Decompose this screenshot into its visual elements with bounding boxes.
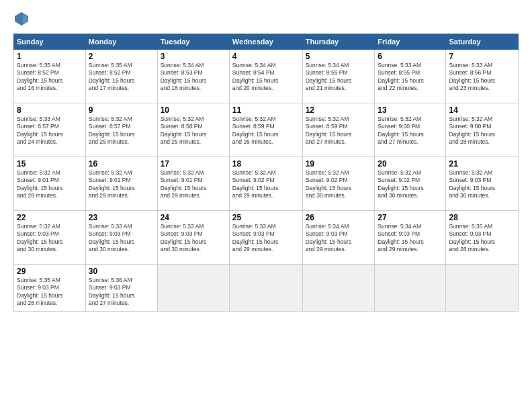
day-number: 15 (17, 159, 83, 169)
day-info: Sunrise: 5:33 AM Sunset: 9:03 PM Dayligh… (232, 223, 300, 254)
weekday-monday: Monday (85, 34, 157, 50)
week-row-2: 8Sunrise: 5:33 AM Sunset: 8:57 PM Daylig… (14, 103, 519, 157)
day-cell (157, 265, 229, 312)
day-info: Sunrise: 5:36 AM Sunset: 9:03 PM Dayligh… (89, 277, 154, 308)
day-cell: 12Sunrise: 5:32 AM Sunset: 8:59 PM Dayli… (302, 103, 375, 157)
day-info: Sunrise: 5:34 AM Sunset: 8:55 PM Dayligh… (306, 62, 372, 93)
day-cell: 22Sunrise: 5:32 AM Sunset: 9:03 PM Dayli… (14, 211, 86, 265)
weekday-tuesday: Tuesday (157, 34, 229, 50)
day-info: Sunrise: 5:35 AM Sunset: 8:52 PM Dayligh… (89, 62, 154, 93)
day-cell: 3Sunrise: 5:34 AM Sunset: 8:53 PM Daylig… (157, 50, 229, 103)
day-number: 10 (161, 105, 226, 115)
day-number: 11 (232, 105, 300, 115)
day-info: Sunrise: 5:34 AM Sunset: 8:54 PM Dayligh… (232, 62, 300, 93)
day-info: Sunrise: 5:34 AM Sunset: 9:03 PM Dayligh… (306, 223, 372, 254)
day-cell: 1Sunrise: 5:35 AM Sunset: 8:52 PM Daylig… (14, 50, 86, 103)
day-cell: 11Sunrise: 5:32 AM Sunset: 8:59 PM Dayli… (229, 103, 302, 157)
day-cell: 10Sunrise: 5:32 AM Sunset: 8:58 PM Dayli… (157, 103, 229, 157)
day-cell: 24Sunrise: 5:33 AM Sunset: 9:03 PM Dayli… (157, 211, 229, 265)
day-number: 25 (232, 213, 300, 222)
day-info: Sunrise: 5:32 AM Sunset: 9:02 PM Dayligh… (378, 169, 443, 200)
day-cell: 23Sunrise: 5:33 AM Sunset: 9:03 PM Dayli… (85, 211, 157, 265)
day-info: Sunrise: 5:32 AM Sunset: 8:59 PM Dayligh… (232, 116, 300, 146)
day-cell: 15Sunrise: 5:32 AM Sunset: 9:01 PM Dayli… (14, 157, 86, 211)
day-number: 27 (378, 213, 443, 222)
day-cell: 9Sunrise: 5:32 AM Sunset: 8:57 PM Daylig… (85, 103, 157, 157)
day-cell: 2Sunrise: 5:35 AM Sunset: 8:52 PM Daylig… (85, 50, 157, 103)
header (13, 11, 519, 27)
logo (13, 11, 31, 27)
day-number: 16 (89, 159, 154, 169)
week-row-3: 15Sunrise: 5:32 AM Sunset: 9:01 PM Dayli… (14, 157, 519, 211)
day-info: Sunrise: 5:35 AM Sunset: 9:03 PM Dayligh… (449, 223, 515, 254)
day-number: 28 (449, 213, 515, 222)
day-info: Sunrise: 5:32 AM Sunset: 9:01 PM Dayligh… (161, 169, 226, 200)
day-number: 7 (449, 52, 515, 61)
weekday-thursday: Thursday (302, 34, 375, 50)
day-info: Sunrise: 5:32 AM Sunset: 8:57 PM Dayligh… (89, 116, 154, 146)
day-info: Sunrise: 5:32 AM Sunset: 9:02 PM Dayligh… (306, 169, 372, 200)
day-info: Sunrise: 5:32 AM Sunset: 8:59 PM Dayligh… (306, 116, 372, 146)
day-info: Sunrise: 5:33 AM Sunset: 9:03 PM Dayligh… (161, 223, 226, 254)
day-number: 21 (449, 159, 515, 169)
day-number: 20 (378, 159, 443, 169)
week-row-5: 29Sunrise: 5:35 AM Sunset: 9:03 PM Dayli… (14, 265, 519, 312)
day-number: 26 (306, 213, 372, 222)
day-cell: 28Sunrise: 5:35 AM Sunset: 9:03 PM Dayli… (446, 211, 519, 265)
day-number: 3 (161, 52, 226, 61)
day-number: 5 (306, 52, 372, 61)
day-number: 13 (378, 105, 443, 115)
day-cell (375, 265, 446, 312)
day-cell: 29Sunrise: 5:35 AM Sunset: 9:03 PM Dayli… (14, 265, 86, 312)
day-cell: 13Sunrise: 5:32 AM Sunset: 9:00 PM Dayli… (375, 103, 446, 157)
calendar-table: SundayMondayTuesdayWednesdayThursdayFrid… (13, 34, 519, 312)
day-number: 8 (17, 105, 83, 115)
day-number: 22 (17, 213, 83, 222)
day-info: Sunrise: 5:32 AM Sunset: 9:03 PM Dayligh… (17, 223, 83, 254)
day-number: 24 (161, 213, 226, 222)
week-row-4: 22Sunrise: 5:32 AM Sunset: 9:03 PM Dayli… (14, 211, 519, 265)
day-info: Sunrise: 5:33 AM Sunset: 8:56 PM Dayligh… (449, 62, 515, 93)
day-info: Sunrise: 5:33 AM Sunset: 8:57 PM Dayligh… (17, 116, 83, 146)
day-cell: 19Sunrise: 5:32 AM Sunset: 9:02 PM Dayli… (302, 157, 375, 211)
day-cell: 8Sunrise: 5:33 AM Sunset: 8:57 PM Daylig… (14, 103, 86, 157)
day-cell: 7Sunrise: 5:33 AM Sunset: 8:56 PM Daylig… (446, 50, 519, 103)
day-cell: 27Sunrise: 5:34 AM Sunset: 9:03 PM Dayli… (375, 211, 446, 265)
day-number: 4 (232, 52, 300, 61)
day-number: 30 (89, 267, 154, 276)
day-cell: 16Sunrise: 5:32 AM Sunset: 9:01 PM Dayli… (85, 157, 157, 211)
day-info: Sunrise: 5:32 AM Sunset: 9:02 PM Dayligh… (232, 169, 300, 200)
day-cell: 21Sunrise: 5:32 AM Sunset: 9:03 PM Dayli… (446, 157, 519, 211)
weekday-saturday: Saturday (446, 34, 519, 50)
day-number: 19 (306, 159, 372, 169)
day-number: 1 (17, 52, 83, 61)
day-info: Sunrise: 5:32 AM Sunset: 9:00 PM Dayligh… (449, 116, 515, 146)
day-info: Sunrise: 5:32 AM Sunset: 9:00 PM Dayligh… (378, 116, 443, 146)
day-number: 17 (161, 159, 226, 169)
day-cell: 26Sunrise: 5:34 AM Sunset: 9:03 PM Dayli… (302, 211, 375, 265)
day-info: Sunrise: 5:35 AM Sunset: 8:52 PM Dayligh… (17, 62, 83, 93)
page: SundayMondayTuesdayWednesdayThursdayFrid… (0, 0, 532, 411)
day-cell: 4Sunrise: 5:34 AM Sunset: 8:54 PM Daylig… (229, 50, 302, 103)
day-cell: 14Sunrise: 5:32 AM Sunset: 9:00 PM Dayli… (446, 103, 519, 157)
weekday-friday: Friday (375, 34, 446, 50)
day-cell (229, 265, 302, 312)
weekday-header-row: SundayMondayTuesdayWednesdayThursdayFrid… (14, 34, 519, 50)
day-number: 12 (306, 105, 372, 115)
week-row-1: 1Sunrise: 5:35 AM Sunset: 8:52 PM Daylig… (14, 50, 519, 103)
day-number: 29 (17, 267, 83, 276)
day-cell: 25Sunrise: 5:33 AM Sunset: 9:03 PM Dayli… (229, 211, 302, 265)
day-info: Sunrise: 5:32 AM Sunset: 9:01 PM Dayligh… (89, 169, 154, 200)
logo-icon (13, 11, 30, 27)
day-info: Sunrise: 5:34 AM Sunset: 8:53 PM Dayligh… (161, 62, 226, 93)
day-info: Sunrise: 5:32 AM Sunset: 9:03 PM Dayligh… (449, 169, 515, 200)
weekday-sunday: Sunday (14, 34, 86, 50)
day-number: 6 (378, 52, 443, 61)
day-number: 2 (89, 52, 154, 61)
day-info: Sunrise: 5:32 AM Sunset: 9:01 PM Dayligh… (17, 169, 83, 200)
day-number: 14 (449, 105, 515, 115)
day-info: Sunrise: 5:35 AM Sunset: 9:03 PM Dayligh… (17, 277, 83, 308)
day-cell: 30Sunrise: 5:36 AM Sunset: 9:03 PM Dayli… (85, 265, 157, 312)
day-info: Sunrise: 5:34 AM Sunset: 9:03 PM Dayligh… (378, 223, 443, 254)
day-number: 18 (232, 159, 300, 169)
